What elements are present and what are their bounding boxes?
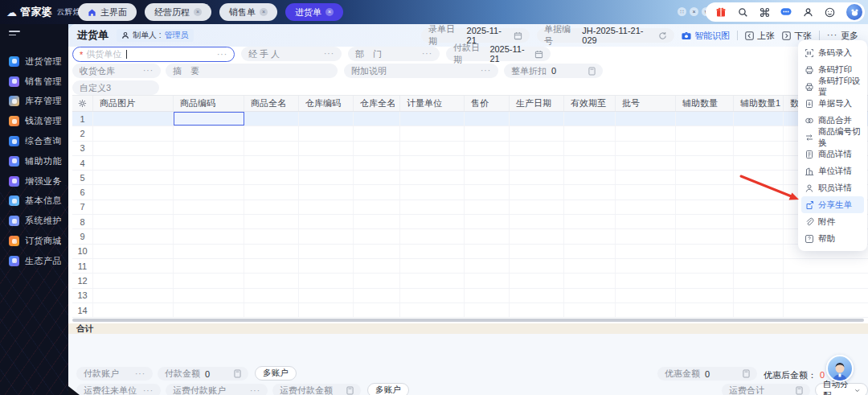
table-cell[interactable]	[676, 142, 734, 155]
table-cell[interactable]	[244, 126, 299, 140]
help-icon[interactable]	[824, 6, 835, 18]
sidebar-item[interactable]: 订货商城	[0, 231, 68, 251]
table-cell[interactable]	[564, 142, 616, 155]
table-cell[interactable]	[510, 259, 564, 273]
table-cell[interactable]	[93, 156, 174, 170]
table-cell[interactable]	[174, 200, 244, 214]
table-cell[interactable]	[616, 200, 676, 214]
column-header[interactable]: 仓库编码	[299, 96, 354, 111]
sidebar-item[interactable]: 基本信息	[0, 191, 68, 212]
table-cell[interactable]	[174, 171, 244, 184]
sidebar-item[interactable]: 钱流管理	[0, 111, 68, 131]
table-cell[interactable]	[465, 142, 510, 155]
table-cell[interactable]	[354, 245, 400, 258]
table-cell[interactable]	[174, 274, 244, 287]
row-number-cell[interactable]: 7	[72, 200, 93, 214]
ellipsis-icon[interactable]: ···	[135, 370, 145, 378]
table-cell[interactable]	[400, 112, 465, 125]
collapse-menu-icon[interactable]	[9, 31, 20, 39]
menu-item[interactable]: 条码录入	[798, 44, 867, 61]
table-cell[interactable]	[564, 274, 616, 287]
table-cell[interactable]	[510, 171, 564, 184]
table-cell[interactable]	[174, 112, 244, 125]
column-header[interactable]: 有效期至	[564, 96, 616, 111]
table-cell[interactable]	[676, 112, 734, 125]
table-cell[interactable]	[93, 185, 174, 199]
row-number-cell[interactable]: 3	[72, 142, 93, 155]
handler-field[interactable]: 经 手 人 ···	[241, 47, 342, 61]
user-avatar[interactable]	[846, 4, 862, 20]
table-cell[interactable]	[93, 126, 174, 140]
table-cell[interactable]	[400, 200, 465, 214]
freight-amount-field[interactable]: 运费付款金额	[272, 384, 361, 395]
custom3-field[interactable]: 自定义3	[72, 80, 159, 95]
menu-item[interactable]: 附件	[798, 213, 867, 230]
apps-icon[interactable]	[759, 6, 770, 18]
row-number-cell[interactable]: 8	[72, 215, 93, 228]
row-number-cell[interactable]: 2	[72, 126, 93, 140]
ellipsis-icon[interactable]: ···	[422, 50, 432, 58]
table-cell[interactable]	[354, 215, 400, 228]
table-cell[interactable]	[564, 259, 616, 273]
table-cell[interactable]	[299, 229, 354, 243]
ellipsis-icon[interactable]: ···	[250, 387, 260, 395]
sidebar-item[interactable]: 销售管理	[0, 72, 68, 92]
ai-recognize-button[interactable]: 智能识图	[682, 30, 730, 42]
sidebar-item[interactable]: 进货管理	[0, 51, 68, 72]
table-cell[interactable]	[734, 229, 784, 243]
table-cell[interactable]	[564, 126, 616, 140]
table-cell[interactable]	[510, 156, 564, 170]
search-icon[interactable]	[737, 6, 748, 18]
prev-doc-button[interactable]: 上张	[745, 30, 775, 42]
table-cell[interactable]	[299, 112, 354, 125]
table-cell[interactable]	[616, 259, 676, 273]
table-cell[interactable]	[174, 185, 244, 199]
row-number-cell[interactable]: 10	[72, 245, 93, 258]
row-number-cell[interactable]: 12	[72, 274, 93, 287]
sidebar-item[interactable]: 辅助功能	[0, 151, 68, 171]
table-cell[interactable]	[676, 245, 734, 258]
department-field[interactable]: 部 门 ···	[348, 47, 440, 61]
table-cell[interactable]	[93, 171, 174, 184]
sidebar-item[interactable]: 生态产品	[0, 251, 68, 271]
table-cell[interactable]	[93, 259, 174, 273]
supplier-input[interactable]: * 供货单位 ···	[72, 47, 235, 62]
table-cell[interactable]	[400, 126, 465, 140]
ellipsis-icon[interactable]: ···	[143, 387, 154, 395]
table-cell[interactable]	[465, 126, 510, 140]
table-cell[interactable]	[465, 156, 510, 170]
table-cell[interactable]	[676, 229, 734, 243]
menu-item[interactable]: 分享生单	[801, 196, 864, 213]
table-cell[interactable]	[299, 185, 354, 199]
table-cell[interactable]	[510, 215, 564, 228]
menu-item[interactable]: 帮助	[798, 230, 867, 247]
tab-business-history[interactable]: 经营历程 ×	[145, 3, 211, 21]
table-cell[interactable]	[734, 303, 784, 317]
table-cell[interactable]	[734, 126, 784, 140]
table-cell[interactable]	[400, 142, 465, 155]
table-cell[interactable]	[465, 274, 510, 287]
freight-total-field[interactable]: 运费合计	[722, 384, 810, 395]
table-cell[interactable]	[400, 229, 465, 243]
gear-icon[interactable]	[72, 96, 93, 111]
table-cell[interactable]	[616, 215, 676, 228]
table-cell[interactable]	[564, 112, 616, 125]
table-cell[interactable]	[244, 229, 299, 243]
restore-icon[interactable]: ∷	[678, 7, 686, 16]
table-cell[interactable]	[400, 289, 465, 302]
column-header[interactable]: 批号	[616, 96, 676, 111]
table-cell[interactable]	[510, 200, 564, 214]
table-cell[interactable]	[93, 289, 174, 302]
table-cell[interactable]	[510, 245, 564, 258]
table-cell[interactable]	[734, 112, 784, 125]
table-cell[interactable]	[244, 303, 299, 317]
gift-icon[interactable]	[715, 6, 727, 18]
sidebar-item[interactable]: 系统维护	[0, 211, 68, 231]
table-cell[interactable]	[510, 289, 564, 302]
table-cell[interactable]	[465, 229, 510, 243]
table-cell[interactable]	[734, 185, 784, 199]
table-cell[interactable]	[676, 289, 734, 302]
table-cell[interactable]	[564, 245, 616, 258]
column-header[interactable]: 商品图片	[93, 96, 174, 111]
table-cell[interactable]	[244, 215, 299, 228]
